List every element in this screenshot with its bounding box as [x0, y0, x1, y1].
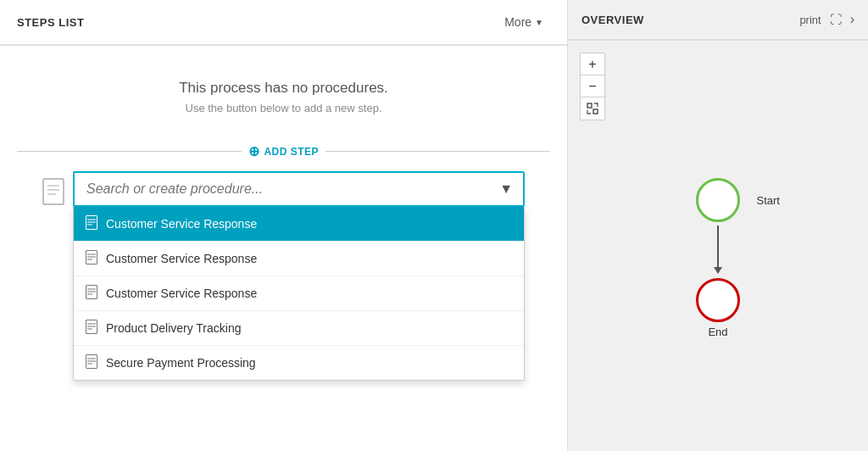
- more-button[interactable]: More ▼: [498, 12, 550, 32]
- print-button[interactable]: print: [799, 14, 821, 26]
- item-doc-icon-2: [86, 285, 97, 302]
- start-node: Start: [696, 178, 740, 222]
- dropdown-item-4[interactable]: Secure Payment Processing: [74, 346, 524, 380]
- flow-arrow: [717, 226, 719, 268]
- item-doc-icon-1: [86, 250, 97, 267]
- dropdown-item-label-2: Customer Service Response: [106, 287, 257, 300]
- search-box: ▼: [73, 171, 525, 207]
- no-procedures-subtext: Use the button below to add a new step.: [186, 102, 382, 114]
- right-panel: OVERVIEW print ⛶ › + −: [568, 0, 868, 451]
- dropdown-chevron-button[interactable]: ▼: [489, 175, 523, 203]
- step-area: ▼ Customer Service Response: [17, 171, 550, 211]
- left-header: STEPS LIST More ▼: [0, 0, 567, 46]
- search-dropdown-container: ▼ Customer Service Response: [73, 171, 525, 207]
- dropdown-item-label-4: Secure Payment Processing: [106, 356, 256, 370]
- item-doc-icon-3: [86, 320, 97, 337]
- search-input[interactable]: [75, 173, 489, 205]
- dropdown-item-2[interactable]: Customer Service Response: [74, 276, 524, 311]
- more-label: More: [504, 15, 531, 29]
- end-node: End: [696, 278, 740, 322]
- item-doc-icon-4: [86, 354, 97, 371]
- end-label: End: [708, 326, 727, 338]
- divider-right: [326, 151, 550, 152]
- left-content: This process has no procedures. Use the …: [0, 46, 567, 451]
- dropdown-item-1[interactable]: Customer Service Response: [74, 242, 524, 276]
- navigate-next-icon[interactable]: ›: [850, 12, 854, 27]
- divider-left: [17, 151, 242, 152]
- dropdown-item-0[interactable]: Customer Service Response: [74, 207, 524, 242]
- expand-icon[interactable]: ⛶: [830, 13, 842, 26]
- main-container: STEPS LIST More ▼ This process has no pr…: [0, 0, 868, 451]
- no-procedures-text: This process has no procedures.: [179, 80, 388, 97]
- steps-list-title: STEPS LIST: [17, 16, 84, 29]
- add-step-button[interactable]: ⊕ ADD STEP: [242, 140, 326, 163]
- document-icon: [42, 178, 64, 211]
- item-doc-icon-0: [86, 215, 97, 232]
- dropdown-list: Customer Service Response Customer Servi…: [73, 207, 525, 381]
- right-header-actions: print ⛶ ›: [799, 12, 854, 27]
- left-panel: STEPS LIST More ▼ This process has no pr…: [0, 0, 568, 451]
- dropdown-item-label-1: Customer Service Response: [106, 252, 257, 265]
- dropdown-item-label-3: Product Delivery Tracking: [106, 321, 242, 335]
- diagram-area: Start End: [568, 41, 868, 451]
- overview-title: OVERVIEW: [581, 14, 644, 26]
- svg-rect-0: [43, 179, 64, 204]
- chevron-down-icon: ▼: [535, 18, 543, 27]
- add-step-wrapper: ⊕ ADD STEP: [17, 140, 550, 163]
- overview-canvas: + − Start End: [568, 41, 868, 451]
- start-label: Start: [757, 194, 780, 207]
- right-header: OVERVIEW print ⛶ ›: [568, 0, 868, 41]
- dropdown-item-3[interactable]: Product Delivery Tracking: [74, 311, 524, 346]
- dropdown-item-label-0: Customer Service Response: [106, 217, 257, 231]
- add-step-label: ADD STEP: [264, 146, 319, 158]
- plus-icon: ⊕: [248, 143, 260, 159]
